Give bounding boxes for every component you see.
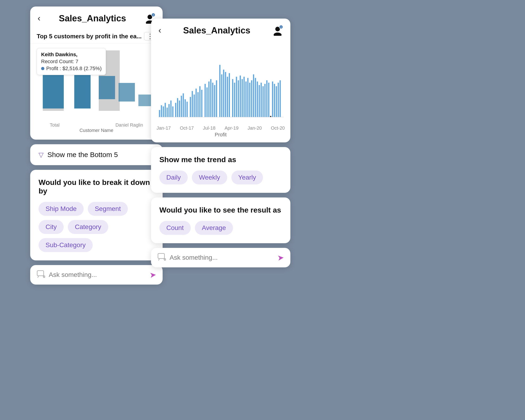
- svg-rect-79: [278, 83, 279, 117]
- svg-rect-74: [268, 83, 269, 117]
- svg-rect-54: [229, 73, 230, 117]
- right-result-card: Would you like to see the result as Coun…: [151, 197, 290, 243]
- svg-rect-32: [183, 93, 184, 117]
- svg-rect-48: [216, 80, 217, 117]
- svg-rect-47: [214, 85, 215, 117]
- svg-rect-72: [264, 84, 265, 117]
- tooltip-profit-value: Profit : $2,516.8 (2.75%): [46, 65, 102, 72]
- chip-weekly[interactable]: Weekly: [192, 170, 227, 185]
- left-back-button[interactable]: ‹: [38, 13, 40, 23]
- tooltip-name: Keith Dawkins,: [41, 52, 102, 58]
- xlabel-oct17: Oct-17: [180, 125, 194, 131]
- tooltip-dot: [41, 67, 44, 70]
- svg-rect-31: [181, 96, 182, 117]
- svg-rect-59: [240, 75, 241, 117]
- right-send-button[interactable]: ➤: [277, 253, 284, 262]
- right-chat-input[interactable]: [169, 254, 274, 261]
- svg-rect-65: [251, 80, 252, 117]
- right-chat-icon: [158, 252, 166, 263]
- svg-rect-25: [169, 104, 169, 117]
- svg-rect-78: [276, 86, 277, 117]
- right-app-title: Sales_Analytics: [183, 26, 250, 36]
- svg-rect-42: [205, 84, 206, 117]
- svg-rect-73: [266, 80, 267, 117]
- svg-rect-20: [159, 110, 160, 117]
- left-suggestion-card[interactable]: ▽ Show me the Bottom 5: [30, 144, 163, 165]
- svg-line-83: [159, 259, 159, 261]
- svg-rect-24: [167, 108, 168, 117]
- chip-count[interactable]: Count: [159, 221, 191, 235]
- left-chat-input[interactable]: [49, 271, 146, 279]
- right-y-label: Profit: [151, 131, 290, 138]
- svg-rect-41: [201, 90, 202, 117]
- svg-rect-55: [232, 79, 233, 117]
- breakdown-title: Would you like to break it down by: [38, 178, 154, 195]
- svg-rect-62: [245, 82, 246, 117]
- left-tooltip: Keith Dawkins, Record Count: 7 Profit : …: [37, 48, 106, 75]
- left-app-title: Sales_Analytics: [59, 13, 126, 23]
- svg-rect-39: [197, 92, 199, 117]
- svg-text:+: +: [152, 13, 154, 17]
- svg-rect-80: [280, 80, 281, 117]
- chip-category[interactable]: Category: [68, 220, 108, 234]
- svg-rect-71: [262, 86, 264, 117]
- right-line-chart-area: [151, 39, 290, 125]
- svg-rect-69: [259, 85, 260, 117]
- svg-rect-28: [175, 103, 176, 117]
- left-send-button[interactable]: ➤: [149, 270, 156, 280]
- svg-rect-57: [236, 77, 237, 117]
- svg-rect-49: [219, 65, 220, 117]
- svg-rect-29: [177, 98, 178, 117]
- left-chat-icon: [37, 270, 45, 280]
- svg-rect-67: [255, 78, 256, 117]
- left-app-header: ‹ Sales_Analytics +: [30, 7, 163, 28]
- svg-rect-77: [274, 84, 275, 117]
- bottom5-label: Show me the Bottom 5: [47, 151, 118, 159]
- chip-city[interactable]: City: [38, 220, 64, 234]
- right-line-chart: [157, 44, 285, 124]
- svg-rect-63: [247, 78, 248, 117]
- svg-rect-30: [179, 101, 180, 117]
- left-breakdown-card: Would you like to break it down by Ship …: [30, 170, 163, 261]
- xlabel-jul18: Jul-18: [203, 125, 215, 131]
- svg-rect-50: [221, 74, 222, 117]
- chip-average[interactable]: Average: [195, 221, 233, 235]
- label-total: Total: [50, 122, 59, 128]
- right-back-button[interactable]: ‹: [159, 26, 161, 35]
- svg-rect-43: [206, 87, 208, 117]
- left-chart-labels: Total Daniel Raglin: [30, 122, 163, 128]
- tooltip-profit: Profit : $2,516.8 (2.75%): [41, 65, 102, 72]
- xlabel-apr19: Apr-19: [225, 125, 239, 131]
- svg-rect-26: [170, 101, 171, 117]
- svg-rect-66: [253, 74, 254, 117]
- right-trend-card: Show me the trend as Daily Weekly Yearly: [151, 147, 290, 193]
- svg-rect-11: [37, 271, 44, 276]
- right-user-icon[interactable]: +: [272, 25, 283, 36]
- svg-point-17: [274, 33, 281, 36]
- left-chart-header: Top 5 customers by profit in the ea... ⋮: [30, 28, 163, 43]
- chip-daily[interactable]: Daily: [159, 170, 188, 185]
- svg-rect-21: [161, 105, 162, 117]
- chip-ship-mode[interactable]: Ship Mode: [38, 202, 84, 216]
- breakdown-chips: Ship Mode Segment City Category Sub-Cate…: [38, 202, 154, 252]
- svg-rect-52: [225, 72, 226, 117]
- svg-text:+: +: [280, 26, 282, 29]
- tooltip-count: Record Count: 7: [41, 58, 102, 65]
- result-title: Would you like to see the result as: [159, 206, 282, 215]
- right-chat-input-card: ➤: [151, 248, 290, 267]
- xlabel-oct20: Oct-20: [271, 125, 285, 131]
- left-chat-input-card: ➤: [30, 265, 163, 285]
- svg-rect-22: [163, 106, 164, 117]
- svg-rect-10: [139, 94, 152, 106]
- left-app-card: ‹ Sales_Analytics + Top 5 customers by p…: [30, 7, 163, 140]
- svg-rect-46: [212, 83, 213, 117]
- chip-segment[interactable]: Segment: [88, 202, 128, 216]
- chip-sub-category[interactable]: Sub-Category: [38, 238, 93, 252]
- svg-rect-64: [249, 83, 250, 117]
- right-panel: ‹ Sales_Analytics +: [151, 19, 290, 267]
- chip-yearly[interactable]: Yearly: [231, 170, 263, 185]
- trend-title: Show me the trend as: [159, 155, 282, 164]
- svg-rect-37: [194, 94, 195, 117]
- svg-rect-45: [210, 79, 211, 117]
- svg-rect-34: [187, 102, 188, 117]
